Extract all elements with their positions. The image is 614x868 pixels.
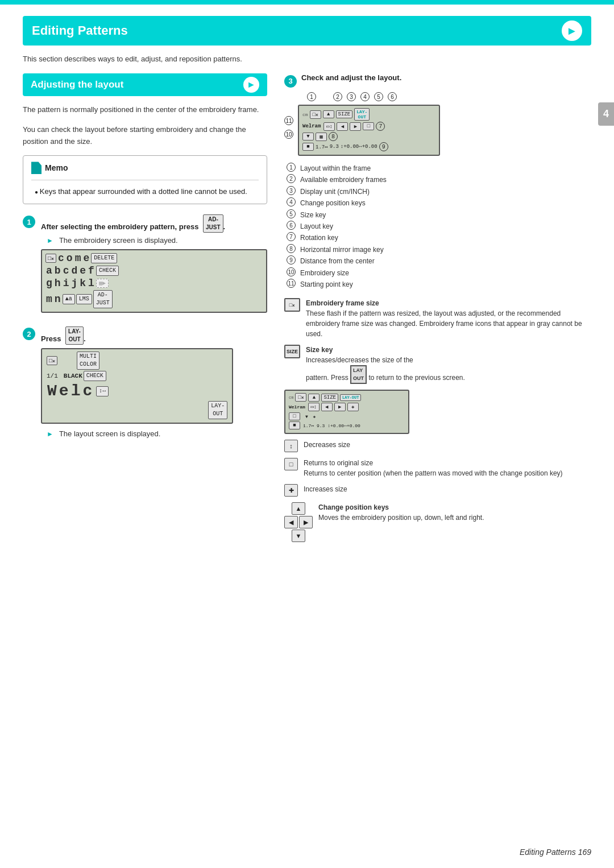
r-brand: Welram xyxy=(302,123,321,129)
size-key-desc1: Increases/decreases the size of the xyxy=(306,356,413,364)
size-key-inline-icon: LAYOUT xyxy=(350,365,367,384)
lcd2-char-c: c xyxy=(82,382,92,400)
r-up-key: ▲ xyxy=(323,110,334,118)
increase-text: Increases size xyxy=(304,484,347,494)
lcd2-frame-icon: □⁎ xyxy=(47,356,57,365)
decrease-icon: ↕ xyxy=(284,440,298,452)
blcd-up: ▲ xyxy=(308,394,320,402)
lcd2-size-key: ↕↔ xyxy=(96,386,109,396)
embroidery-frame-title: Embroidery frame size xyxy=(306,299,379,307)
top-bar xyxy=(0,0,614,5)
r-layout-key: LAY-OUT xyxy=(354,108,370,121)
blcd-size: SIZE xyxy=(321,394,338,402)
lcd-aa-key: ▲a xyxy=(63,294,75,304)
list-item-3: 3Display unit (cm/INCH) xyxy=(287,186,591,197)
lcd2-char-e: e xyxy=(59,382,69,400)
lcd-char-e: e xyxy=(83,253,89,264)
lcd2-black: BLACK xyxy=(64,373,82,379)
circled-nums: 1 2 3 4 5 6 xyxy=(284,92,591,101)
r-left-key: ◀ xyxy=(337,122,348,131)
step2-arrow-icon: ► xyxy=(47,430,53,438)
list-item-8: 8Horizontal mirror image key xyxy=(287,244,591,255)
blcd-nums: 1.7↦ 9.3 ↕+0.00↔+0.00 xyxy=(303,423,360,428)
step1-sub: ► The embroidery screen is displayed. xyxy=(41,236,267,245)
memo-label: Memo xyxy=(45,163,68,172)
right-column: 3 Check and adjust the layout. 1 2 3 4 5… xyxy=(284,73,591,548)
lcd-layout-screen: □⁎ MULTICOLOR 1/1 BLACK CHECK W e l xyxy=(41,348,233,424)
step1-key: AD-JUST xyxy=(203,214,223,233)
lcd-char-m: m xyxy=(75,253,81,264)
list-item-10: 10Embroidery size xyxy=(287,267,591,279)
right-lcd-wrapper: 11 10 cm □⁎ ▲ SIZE LAY-OUT Welram ▭↕ ◀ xyxy=(284,105,591,160)
step2-label: Press LAY-OUT. xyxy=(41,326,267,345)
step2-key: LAY-OUT xyxy=(65,326,84,345)
circle2: 2 xyxy=(333,92,342,101)
bottom-lcd: cm □⁎ ▲ SIZE LAY-OUT Welram ▭↕ ◀ ▶ ✚ □ ▼… xyxy=(284,390,409,434)
lcd2-multicolor-key: MULTICOLOR xyxy=(77,352,99,370)
lcd2-char-l: l xyxy=(71,382,81,400)
list-item-4: 4Change position keys xyxy=(287,197,591,209)
blcd-layout: LAY-OUT xyxy=(340,394,361,401)
memo-icon xyxy=(31,162,42,174)
memo-bullet: Keys that appear surrounded with a dotte… xyxy=(31,186,259,198)
lcd-char-f: f xyxy=(88,265,94,276)
list-item-5: 5Size key xyxy=(287,209,591,221)
blcd-down-arrow: ▼ xyxy=(305,414,308,419)
lcd2-layout-key: LAY-OUT xyxy=(208,401,227,419)
pos-up-icon: ▲ xyxy=(292,502,305,515)
lcd-char-n: n xyxy=(55,294,61,305)
blcd-brand: Welram xyxy=(289,404,305,410)
step1-content: After selecting the embroidery pattern, … xyxy=(41,214,267,319)
lcd-check-key: CHECK xyxy=(96,266,119,276)
pos-lr-row: ◀ ▶ xyxy=(284,516,313,528)
blcd-info: ■ xyxy=(289,421,300,429)
r-circle7: 7 xyxy=(376,122,385,131)
increase-size-row: ✚ Increases size xyxy=(284,484,591,497)
r-size-text: 9.3 xyxy=(330,144,339,150)
blcd-pos: ▭↕ xyxy=(308,403,320,411)
title-arrow-icon: ► xyxy=(562,20,582,41)
lcd-char-d: d xyxy=(71,265,77,276)
step1-arrow-icon: ► xyxy=(47,237,53,245)
r-info-key: ■ xyxy=(302,143,314,151)
step2-content: Press LAY-OUT. □⁎ MULTICOLOR 1/1 BLACK xyxy=(41,326,267,443)
pos-down-icon: ▼ xyxy=(292,530,305,542)
step3-circle: 3 xyxy=(284,75,297,88)
lcd-dotted-key1: ▦► xyxy=(96,279,109,288)
page-title: Editing Patterns xyxy=(32,23,128,38)
change-pos-title: Change position keys xyxy=(318,503,389,511)
desc2: You can check the layout before starting… xyxy=(23,124,267,148)
step1-circle: 1 xyxy=(23,216,35,228)
embroidery-frame-desc: These flash if the pattern was resized, … xyxy=(306,309,582,338)
title-bar: Editing Patterns ► xyxy=(23,16,591,46)
r-pos-key: ▭↕ xyxy=(323,122,335,131)
section-title-bar: Adjusting the layout ► xyxy=(23,73,267,96)
step3-header: 3 Check and adjust the layout. xyxy=(284,73,591,88)
list-item-1: 1Layout within the frame xyxy=(287,163,591,174)
lcd-char-h: h xyxy=(55,278,61,289)
size-key-icon: SIZE xyxy=(284,345,300,358)
blcd-right2: ▶ xyxy=(334,403,346,411)
side-labels: 11 10 xyxy=(284,105,293,141)
r-circle8: 8 xyxy=(329,132,338,141)
lcd-char-j: j xyxy=(71,278,77,289)
size-key-desc3: to return to the previous screen. xyxy=(368,374,464,382)
size-key-text: Size key Increases/decreases the size of… xyxy=(306,345,465,384)
circle11: 11 xyxy=(284,116,293,125)
r-mirror2-key: ▦ xyxy=(316,133,327,141)
section-title: Adjusting the layout xyxy=(31,79,123,90)
right-lcd-main: cm □⁎ ▲ SIZE LAY-OUT Welram ▭↕ ◀ ▶ □ 7 xyxy=(298,105,440,156)
lcd-char-c2: c xyxy=(63,265,69,276)
change-pos-row: ▲ ◀ ▶ ▼ Change position keys Moves the e… xyxy=(284,502,591,542)
pos-keys-group: ▲ ◀ ▶ ▼ xyxy=(284,502,313,542)
return-icon: □ xyxy=(284,458,298,470)
pos-left-icon: ◀ xyxy=(284,516,298,528)
r-size-key: SIZE xyxy=(336,110,353,118)
increase-icon: ✚ xyxy=(284,484,298,497)
circle1: 1 xyxy=(307,92,316,101)
change-pos-desc: Moves the embroidery position up, down, … xyxy=(318,514,484,522)
memo-title: Memo xyxy=(31,162,259,174)
step1-label: After selecting the embroidery pattern, … xyxy=(41,214,267,233)
embroidery-frame-text: Embroidery frame size These flash if the… xyxy=(306,298,591,339)
lcd-lms-key: LMS xyxy=(76,294,92,304)
